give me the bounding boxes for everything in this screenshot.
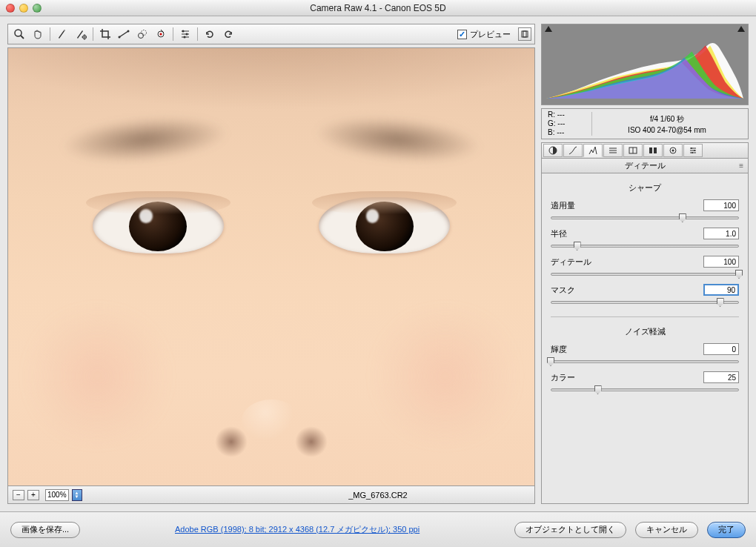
window-title: Camera Raw 4.1 - Canon EOS 5D [310, 3, 445, 13]
close-button[interactable] [6, 4, 15, 13]
color-slider[interactable] [551, 385, 739, 395]
section-divider [551, 316, 739, 317]
tab-lens-icon[interactable] [643, 144, 663, 157]
footer: 画像を保存... Adobe RGB (1998); 8 bit; 2912 x… [0, 511, 756, 547]
color-value[interactable]: 25 [703, 371, 739, 383]
amount-slider[interactable] [551, 213, 739, 223]
preferences-tool-icon[interactable] [177, 27, 193, 42]
redeye-tool-icon[interactable] [153, 27, 169, 42]
panel-tabs [541, 142, 749, 159]
mask-label: マスク [551, 285, 575, 296]
open-object-button[interactable]: オブジェクトとして開く [514, 522, 626, 538]
crop-tool-icon[interactable] [97, 27, 113, 42]
fullscreen-toggle-icon[interactable] [518, 27, 531, 41]
zoom-level[interactable]: 100% [45, 489, 69, 501]
amount-row: 適用量 100 [551, 199, 739, 223]
titlebar: Camera Raw 4.1 - Canon EOS 5D [0, 0, 756, 16]
exif-readout: f/4 1/60 秒 ISO 400 24-70@54 mm [592, 112, 742, 136]
mask-value[interactable]: 90 [703, 284, 739, 296]
svg-rect-20 [522, 31, 528, 37]
luminance-label: 輝度 [551, 344, 567, 355]
b-value: B: --- [548, 128, 591, 137]
amount-label: 適用量 [551, 200, 575, 211]
rotate-ccw-icon[interactable] [202, 27, 218, 42]
image-preview[interactable] [7, 47, 535, 486]
noise-section-title: ノイズ軽減 [551, 326, 739, 337]
filename-label: _MG_6763.CR2 [348, 491, 408, 500]
radius-label: 半径 [551, 228, 567, 239]
detail-slider[interactable] [551, 269, 739, 279]
white-balance-tool-icon[interactable] [54, 27, 70, 42]
histogram-plot [546, 35, 743, 99]
tab-basic-icon[interactable] [543, 144, 563, 157]
color-sampler-tool-icon[interactable] [73, 27, 89, 42]
svg-point-9 [139, 33, 144, 39]
detail-label: ディテール [551, 256, 591, 268]
rgb-readout: R: --- G: --- B: --- [548, 112, 592, 136]
svg-point-19 [184, 36, 186, 39]
panel-menu-icon[interactable]: ≡ [739, 162, 743, 170]
amount-value[interactable]: 100 [703, 199, 739, 211]
svg-point-37 [692, 152, 693, 153]
luminance-row: 輝度 0 [551, 343, 739, 367]
tab-detail-icon[interactable] [583, 144, 603, 157]
svg-line-1 [21, 36, 24, 39]
histogram [541, 24, 749, 105]
camera-raw-window: Camera Raw 4.1 - Canon EOS 5D [0, 0, 756, 547]
highlight-clip-icon[interactable] [737, 26, 745, 32]
shadow-clip-icon[interactable] [545, 26, 552, 32]
tab-hsl-icon[interactable] [603, 144, 623, 157]
svg-point-7 [119, 36, 121, 39]
cancel-button[interactable]: キャンセル [635, 522, 698, 538]
luminance-value[interactable]: 0 [703, 343, 739, 355]
retouch-tool-icon[interactable] [134, 27, 150, 42]
svg-point-8 [127, 30, 130, 33]
minimize-button[interactable] [19, 4, 28, 13]
svg-point-10 [142, 30, 147, 36]
toolbar: ✓ プレビュー [7, 24, 535, 44]
svg-rect-29 [654, 147, 657, 153]
exif-line1: f/4 1/60 秒 [650, 114, 684, 125]
svg-point-35 [691, 147, 692, 149]
preview-label: プレビュー [470, 29, 511, 40]
luminance-slider[interactable] [551, 357, 739, 367]
hand-tool-icon[interactable] [30, 27, 46, 42]
info-row: R: --- G: --- B: --- f/4 1/60 秒 ISO 400 … [541, 108, 749, 139]
preview-image [8, 48, 534, 485]
tab-presets-icon[interactable] [683, 144, 703, 157]
zoom-stepper[interactable]: ▲▼ [72, 489, 82, 501]
svg-rect-28 [649, 147, 652, 153]
zoom-bar: − + 100% ▲▼ _MG_6763.CR2 [7, 486, 535, 504]
svg-point-0 [15, 30, 21, 36]
zoom-in-button[interactable]: + [27, 490, 39, 500]
sharpen-section-title: シャープ [551, 182, 739, 193]
zoom-out-button[interactable]: − [13, 490, 24, 500]
mask-slider[interactable] [551, 297, 739, 308]
done-button[interactable]: 完了 [707, 522, 746, 538]
zoom-button[interactable] [33, 4, 42, 13]
workflow-link[interactable]: Adobe RGB (1998); 8 bit; 2912 x 4368 (12… [175, 524, 420, 535]
tab-curve-icon[interactable] [563, 144, 583, 157]
svg-point-31 [672, 150, 674, 152]
color-label: カラー [551, 372, 575, 383]
panel-title-bar: ディテール ≡ [541, 159, 749, 173]
preview-checkbox[interactable]: ✓ [457, 30, 467, 39]
straighten-tool-icon[interactable] [116, 27, 132, 42]
save-image-button[interactable]: 画像を保存... [10, 522, 80, 538]
radius-slider[interactable] [551, 241, 739, 251]
svg-point-12 [160, 33, 162, 36]
window-controls [6, 4, 42, 13]
mask-row: マスク 90 [551, 284, 739, 308]
svg-point-2 [64, 30, 65, 31]
zoom-tool-icon[interactable] [11, 27, 27, 42]
radius-row: 半径 1.0 [551, 228, 739, 251]
tab-split-icon[interactable] [623, 144, 643, 157]
r-value: R: --- [548, 110, 591, 119]
color-row: カラー 25 [551, 371, 739, 395]
detail-value[interactable]: 100 [703, 256, 739, 268]
rotate-cw-icon[interactable] [220, 27, 236, 42]
tab-calibration-icon[interactable] [663, 144, 683, 157]
panel-title: ディテール [625, 160, 666, 171]
radius-value[interactable]: 1.0 [703, 228, 739, 239]
left-pane: ✓ プレビュー − + 100% ▲▼ [7, 24, 535, 504]
